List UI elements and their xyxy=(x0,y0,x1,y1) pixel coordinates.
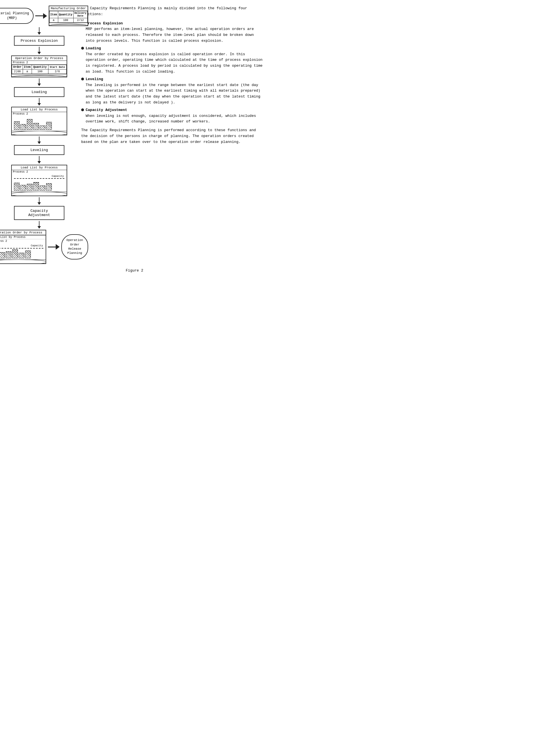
bar xyxy=(46,122,52,130)
load-list-2-process: Process 2 xyxy=(12,170,67,174)
op-order-process-label: Process 2 xyxy=(12,61,67,65)
load-list-2-title: Load List by Process xyxy=(12,165,67,170)
bottom-section: Operation Order by Process Load List by … xyxy=(6,230,73,264)
mfg-col-item: Item xyxy=(49,11,58,18)
bottom-op-order-box: Operation Order by Process Load List by … xyxy=(0,230,46,264)
bullet-body-3: The leveling is performed in the range b… xyxy=(86,82,263,106)
op-release-line2: Release Planning xyxy=(68,247,82,255)
bar xyxy=(12,249,18,258)
op-order-title-1: Operation Order by Process xyxy=(12,56,67,61)
bullet-item-2: Loading The order created by process exp… xyxy=(81,46,263,75)
figure-label: Figure 2 xyxy=(6,269,263,273)
bar xyxy=(27,184,32,191)
bar-overflow xyxy=(33,182,39,191)
bottom-op-order-title: Operation Order by Process xyxy=(0,230,46,235)
mrp-line1: Material Planning xyxy=(0,12,29,15)
bullet-title-2: Loading xyxy=(86,46,263,51)
bar xyxy=(19,253,25,258)
arrow-5 xyxy=(37,137,41,144)
intro-text: The Capacity Requirements Planning is ma… xyxy=(81,6,263,17)
bullet-content-3: Leveling The leveling is performed in th… xyxy=(86,77,263,106)
arrow-4 xyxy=(37,98,41,106)
bullet-item-4: Capacity Adjustment When leveling is not… xyxy=(81,107,263,125)
scroll-paper xyxy=(0,260,46,263)
bullet-title-3: Leveling xyxy=(86,77,263,82)
bar xyxy=(33,123,39,130)
leveling-label: Leveling xyxy=(30,148,48,152)
arrow-7 xyxy=(37,197,41,205)
load-list-1-chart xyxy=(12,116,67,130)
mfg-col-qty: Quantity xyxy=(58,11,73,18)
to-release-arrow xyxy=(48,244,60,250)
loading-box: Loading xyxy=(14,87,64,97)
process-explosion-box: Process Explosion xyxy=(14,36,64,46)
load-list-1-title: Load List by Process xyxy=(12,107,67,112)
mfg-order-table: Item Quantity DeliveryDate a 100 2/12 xyxy=(49,11,87,23)
bar xyxy=(27,119,32,130)
arrow-3 xyxy=(37,79,41,86)
bar xyxy=(14,183,20,191)
text-column: The Capacity Requirements Planning is ma… xyxy=(79,6,263,145)
bullet-dot-4 xyxy=(81,108,84,111)
closing-text: The Capacity Requirements Planning is pe… xyxy=(81,128,263,145)
capacity-line xyxy=(14,178,64,179)
bullet-content-2: Loading The order created by process exp… xyxy=(86,46,263,75)
loading-label: Loading xyxy=(31,90,47,94)
mfg-date: 2/12 xyxy=(73,18,87,23)
load-list-1-process: Process 2 xyxy=(12,112,67,116)
bullet-body-1: MRP performs an item-level planning, how… xyxy=(86,26,263,44)
capacity-line xyxy=(0,248,43,249)
bullet-title-4: Capacity Adjustment xyxy=(86,107,263,113)
op-order-box-1: Operation Order by Process Process 2 Ord… xyxy=(11,55,67,77)
capacity-adjustment-label: Capacity Adjustment xyxy=(28,209,50,217)
op-release-line1: Operation Order xyxy=(66,238,83,246)
bar xyxy=(21,185,26,191)
bullet-item-1: Process Explosion MRP performs an item-l… xyxy=(81,21,263,44)
mfg-col-date: DeliveryDate xyxy=(73,11,87,18)
mfg-item: a xyxy=(49,18,58,23)
mrp-line2: (MRP) xyxy=(7,16,17,20)
capacity-adjustment-box: Capacity Adjustment xyxy=(14,206,64,220)
bullet-title-1: Process Explosion xyxy=(86,21,263,27)
bullet-section: Process Explosion MRP performs an item-l… xyxy=(81,21,263,125)
bar xyxy=(40,126,45,130)
bar xyxy=(25,250,31,258)
bar xyxy=(40,185,45,191)
bullet-dot-3 xyxy=(81,78,84,81)
op-order-table: Order Item Quantity Start Date 2|08 a 10… xyxy=(12,65,67,74)
bullet-dot-2 xyxy=(81,47,84,50)
load-list-2-chart: Capacity xyxy=(12,174,67,191)
bullet-body-2: The order created by process explosion i… xyxy=(86,51,263,75)
table-row: a 100 2/12 xyxy=(49,18,87,23)
bullet-content-1: Process Explosion MRP performs an item-l… xyxy=(86,21,263,44)
scroll-paper xyxy=(12,131,67,135)
load-list-1: Load List by Process Process 2 xyxy=(11,107,67,135)
arrow-8 xyxy=(37,221,41,229)
table-row: 2|08 a 100 2/6 xyxy=(12,70,67,74)
capacity-label: Capacity xyxy=(31,244,43,247)
bottom-load-list-process: Process 2 xyxy=(0,239,46,243)
bullet-body-4: When leveling is not enough, capacity ad… xyxy=(86,113,263,125)
mrp-to-mfg-arrow xyxy=(35,13,47,19)
mfg-qty: 100 xyxy=(58,18,73,23)
bar xyxy=(0,252,5,258)
mfg-order-title: Manufacturing Order xyxy=(49,6,87,11)
arrow-2 xyxy=(37,47,41,54)
bar xyxy=(46,183,52,191)
arrow-6 xyxy=(37,156,41,164)
mrp-oval: Material Planning (MRP) xyxy=(0,8,33,24)
bottom-chart: Capacity xyxy=(0,243,46,258)
bottom-load-list-title: Load List by Process xyxy=(0,235,46,239)
op-release-oval: Operation Order Release Planning xyxy=(61,234,88,260)
bar xyxy=(21,124,26,130)
process-explosion-label: Process Explosion xyxy=(21,39,58,43)
bar xyxy=(6,251,12,258)
load-list-2: Load List by Process Process 2 Capacity xyxy=(11,165,67,196)
bullet-content-4: Capacity Adjustment When leveling is not… xyxy=(86,107,263,125)
bullet-item-3: Leveling The leveling is performed in th… xyxy=(81,77,263,106)
bottom-load-list: Load List by Process Process 2 Capacity xyxy=(0,235,46,263)
mfg-order-box: Manufacturing Order Item Quantity Delive… xyxy=(49,6,88,26)
scroll-paper xyxy=(12,192,67,196)
arrow-1 xyxy=(37,27,41,35)
capacity-label: Capacity xyxy=(52,175,64,178)
